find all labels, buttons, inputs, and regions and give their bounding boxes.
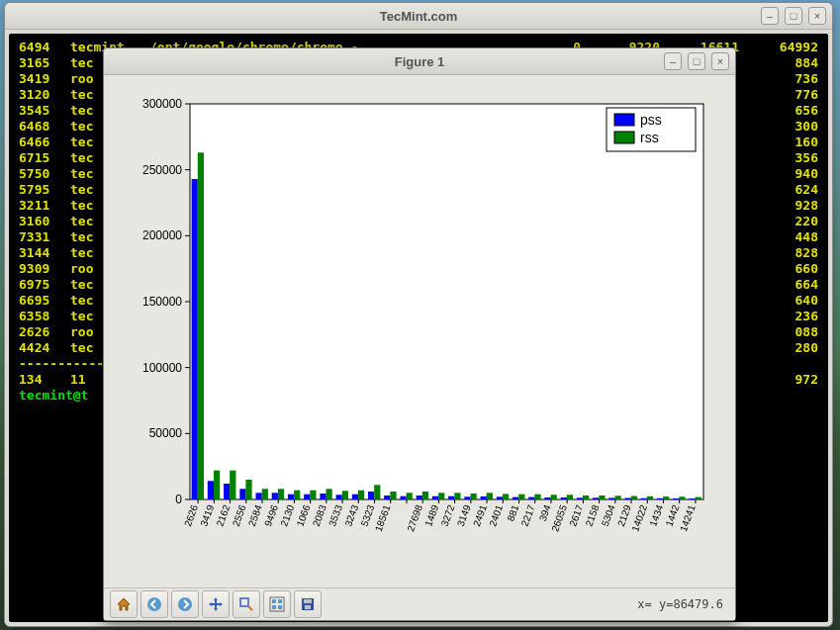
arrow-left-icon xyxy=(146,596,162,612)
desktop: TecMint.com – □ × 6494tecmint/opt/google… xyxy=(0,0,840,630)
y-tick-label: 0 xyxy=(175,493,182,506)
bar-pss xyxy=(657,498,663,499)
bar-pss xyxy=(513,497,518,499)
y-tick-label: 50000 xyxy=(149,426,183,440)
minimize-button[interactable]: – xyxy=(664,52,682,70)
terminal-titlebar[interactable]: TecMint.com – □ × xyxy=(5,3,832,30)
zoom-icon xyxy=(238,596,254,612)
bar-pss xyxy=(593,497,599,499)
y-tick-label: 150000 xyxy=(142,295,182,309)
cursor-coords: x= y=86479.6 xyxy=(637,597,723,611)
save-button[interactable] xyxy=(294,590,322,618)
svg-rect-41 xyxy=(614,132,634,143)
move-icon xyxy=(208,596,224,612)
bar-rss xyxy=(503,494,509,499)
bar-rss xyxy=(567,495,573,499)
bar-rss xyxy=(214,471,220,499)
home-button[interactable] xyxy=(110,590,138,618)
bar-rss xyxy=(374,485,380,499)
bar-pss xyxy=(577,497,583,499)
bar-pss xyxy=(432,496,438,499)
bar-rss xyxy=(454,493,460,499)
bar-pss xyxy=(544,497,550,499)
bar-rss xyxy=(245,480,251,499)
bar-pss xyxy=(464,496,470,499)
bar-pss xyxy=(497,496,503,499)
bar-pss xyxy=(208,481,214,499)
figure-title: Figure 1 xyxy=(104,54,735,69)
legend-label: pss xyxy=(640,112,662,128)
svg-rect-51 xyxy=(304,599,312,603)
figure-window: Figure 1 – □ × 0500001000001500002000002… xyxy=(103,47,736,621)
bar-rss xyxy=(327,489,332,499)
svg-rect-0 xyxy=(190,104,703,499)
bar-pss xyxy=(192,179,198,499)
bar-pss xyxy=(256,493,262,499)
close-button[interactable]: × xyxy=(808,7,826,25)
svg-rect-52 xyxy=(305,605,311,609)
bar-rss xyxy=(422,492,428,499)
subplots-button[interactable] xyxy=(263,590,291,618)
bar-rss xyxy=(631,496,637,500)
bar-pss xyxy=(304,495,310,499)
bar-rss xyxy=(583,495,589,499)
figure-canvas: 0500001000001500002000002500003000002626… xyxy=(104,75,735,587)
close-button[interactable]: × xyxy=(711,52,729,70)
bar-rss xyxy=(487,493,493,499)
home-icon xyxy=(116,596,132,612)
bar-pss xyxy=(320,494,326,499)
figure-titlebar[interactable]: Figure 1 – □ × xyxy=(104,48,735,75)
minimize-button[interactable]: – xyxy=(761,7,779,25)
bar-pss xyxy=(417,495,422,499)
bar-pss xyxy=(401,496,407,499)
arrow-right-icon xyxy=(177,596,193,612)
bar-rss xyxy=(358,491,364,499)
bar-pss xyxy=(352,495,358,499)
bar-rss xyxy=(390,492,396,499)
pan-button[interactable] xyxy=(202,590,230,618)
bar-rss xyxy=(294,491,300,499)
svg-rect-44 xyxy=(240,598,248,606)
back-button[interactable] xyxy=(140,590,168,618)
bar-rss xyxy=(599,495,605,499)
bar-rss xyxy=(647,496,653,499)
terminal-title: TecMint.com xyxy=(5,9,832,24)
bar-pss xyxy=(448,496,454,499)
bar-rss xyxy=(534,495,540,499)
bar-rss xyxy=(198,152,204,499)
bar-pss xyxy=(272,493,278,499)
bar-pss xyxy=(561,497,567,499)
svg-rect-47 xyxy=(278,599,282,603)
bar-rss xyxy=(438,493,444,499)
maximize-button[interactable]: □ xyxy=(688,52,705,70)
bar-pss xyxy=(224,484,230,499)
bar-pss xyxy=(673,498,679,499)
bar-pss xyxy=(481,496,487,499)
bar-rss xyxy=(407,493,413,499)
bar-pss xyxy=(336,495,342,499)
bar-pss xyxy=(368,492,374,499)
bar-pss xyxy=(689,498,695,499)
zoom-button[interactable] xyxy=(233,590,260,618)
y-tick-label: 100000 xyxy=(142,361,182,375)
svg-rect-49 xyxy=(278,605,282,609)
x-tick-label: 394 xyxy=(537,503,553,523)
bar-rss xyxy=(696,497,701,499)
svg-point-43 xyxy=(178,597,192,611)
forward-button[interactable] xyxy=(171,590,199,618)
chart-plot: 0500001000001500002000002500003000002626… xyxy=(111,84,728,579)
svg-point-42 xyxy=(147,597,161,611)
y-tick-label: 250000 xyxy=(142,163,182,177)
bar-pss xyxy=(625,498,631,500)
bar-rss xyxy=(679,496,685,499)
bar-pss xyxy=(641,498,647,499)
bar-pss xyxy=(239,489,245,499)
svg-rect-40 xyxy=(614,114,634,126)
bar-rss xyxy=(278,489,284,499)
mpl-toolbar: x= y=86479.6 xyxy=(104,587,735,620)
bar-rss xyxy=(663,496,669,499)
x-tick-label: 2217 xyxy=(519,503,537,528)
x-tick-label: 27698 xyxy=(405,503,424,533)
bar-rss xyxy=(230,471,235,499)
maximize-button[interactable]: □ xyxy=(785,7,802,25)
